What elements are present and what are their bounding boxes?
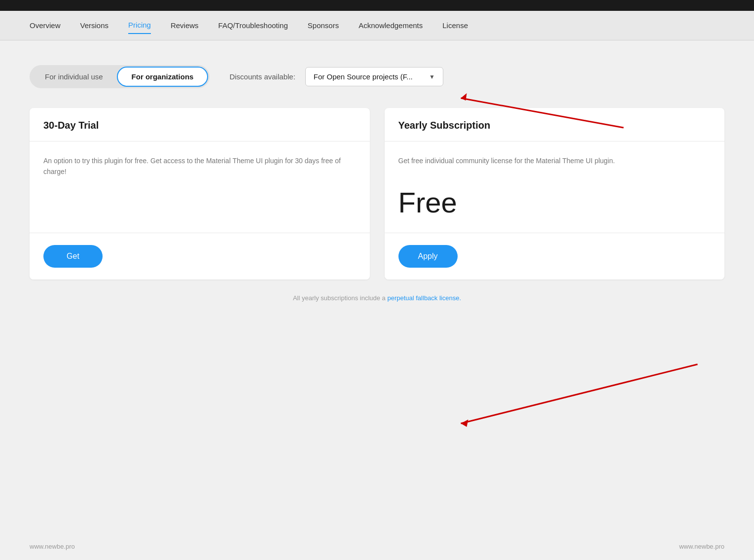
dropdown-selected-text: For Open Source projects (F... bbox=[314, 72, 423, 81]
apply-button[interactable]: Apply bbox=[398, 245, 458, 268]
top-bar bbox=[0, 0, 754, 11]
footer-note: All yearly subscriptions include a perpe… bbox=[30, 294, 724, 302]
toggle-group: For individual use For organizations bbox=[30, 65, 210, 88]
cards-row: 30-Day Trial An option to try this plugi… bbox=[30, 108, 724, 280]
toggle-organizations[interactable]: For organizations bbox=[117, 67, 209, 87]
nav-bar: Overview Versions Pricing Reviews FAQ/Tr… bbox=[0, 11, 754, 40]
toggle-row: For individual use For organizations Dis… bbox=[30, 65, 724, 88]
main-content: For individual use For organizations Dis… bbox=[0, 40, 754, 560]
yearly-card: Yearly Subscription Get free individual … bbox=[385, 108, 725, 280]
nav-reviews[interactable]: Reviews bbox=[171, 17, 199, 34]
nav-sponsors[interactable]: Sponsors bbox=[308, 17, 339, 34]
yearly-card-body: Get free individual community license fo… bbox=[385, 141, 725, 233]
yearly-card-header: Yearly Subscription bbox=[385, 108, 725, 141]
toggle-individual[interactable]: For individual use bbox=[31, 67, 117, 87]
chevron-down-icon: ▼ bbox=[429, 73, 435, 80]
yearly-card-footer: Apply bbox=[385, 233, 725, 280]
yearly-card-description: Get free individual community license fo… bbox=[398, 155, 711, 166]
footer-right: www.newbe.pro bbox=[679, 543, 724, 550]
get-button[interactable]: Get bbox=[43, 245, 103, 268]
trial-card-body: An option to try this plugin for free. G… bbox=[30, 141, 370, 233]
trial-card: 30-Day Trial An option to try this plugi… bbox=[30, 108, 370, 280]
svg-line-2 bbox=[461, 364, 698, 423]
trial-card-title: 30-Day Trial bbox=[43, 120, 99, 131]
nav-license[interactable]: License bbox=[442, 17, 468, 34]
nav-versions[interactable]: Versions bbox=[80, 17, 109, 34]
footer: www.newbe.pro www.newbe.pro bbox=[0, 533, 754, 560]
nav-pricing[interactable]: Pricing bbox=[128, 17, 151, 34]
trial-card-header: 30-Day Trial bbox=[30, 108, 370, 141]
trial-card-footer: Get bbox=[30, 233, 370, 280]
nav-overview[interactable]: Overview bbox=[30, 17, 61, 34]
svg-marker-3 bbox=[461, 420, 468, 427]
yearly-card-title: Yearly Subscription bbox=[398, 120, 491, 131]
price-display: Free bbox=[398, 166, 711, 219]
trial-card-description: An option to try this plugin for free. G… bbox=[43, 155, 356, 177]
perpetual-fallback-link[interactable]: perpetual fallback license. bbox=[387, 294, 461, 302]
nav-faq[interactable]: FAQ/Troubleshooting bbox=[218, 17, 288, 34]
content-wrapper: 30-Day Trial An option to try this plugi… bbox=[30, 108, 724, 280]
discount-dropdown[interactable]: For Open Source projects (F... ▼ bbox=[305, 67, 443, 86]
nav-acknowledgements[interactable]: Acknowledgements bbox=[359, 17, 423, 34]
footer-left: www.newbe.pro bbox=[30, 543, 75, 550]
svg-marker-1 bbox=[461, 93, 467, 101]
discounts-label: Discounts available: bbox=[229, 72, 295, 81]
footer-center-text: All yearly subscriptions include a bbox=[293, 294, 387, 302]
